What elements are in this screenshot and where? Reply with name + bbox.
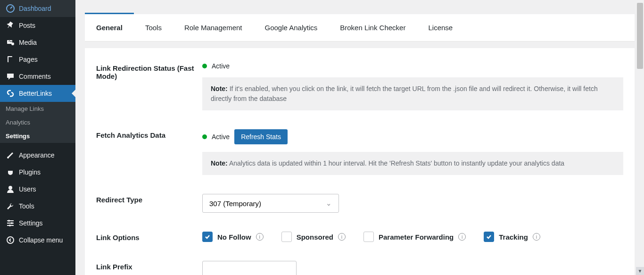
wrench-icon (6, 201, 15, 211)
checkbox-tracking[interactable] (484, 232, 494, 242)
sidebar-item-plugins[interactable]: Plugins (0, 164, 75, 181)
label-redirection-status: Link Redirection Status (Fast Mode) (96, 62, 202, 80)
sidebar-label: BetterLinks (19, 90, 52, 97)
scrollbar[interactable]: ▼ (636, 0, 644, 275)
sidebar-sub-settings[interactable]: Settings (0, 129, 75, 143)
sidebar-item-posts[interactable]: Posts (0, 17, 75, 34)
checkbox-label: Tracking (499, 233, 528, 241)
plug-icon (6, 167, 15, 177)
tab-general[interactable]: General (85, 13, 134, 41)
media-icon (6, 38, 15, 47)
label-link-prefix: Link Prefix (96, 261, 202, 271)
sidebar-item-appearance[interactable]: Appearance (0, 147, 75, 164)
tab-license[interactable]: License (417, 14, 464, 41)
sidebar-label: Collapse menu (19, 236, 63, 244)
comment-icon (6, 72, 15, 81)
sidebar-item-tools[interactable]: Tools (0, 198, 75, 215)
checkbox-label: Sponsored (297, 233, 333, 241)
checkbox-label: No Follow (217, 233, 251, 241)
user-icon (6, 184, 15, 194)
label-fetch-analytics: Fetch Analytics Data (96, 129, 202, 139)
checkbox-parameter-forwarding[interactable] (363, 232, 374, 242)
svg-rect-4 (8, 57, 12, 62)
sidebar-label: Plugins (19, 168, 41, 176)
dashboard-icon (6, 4, 15, 13)
brush-icon (6, 150, 15, 160)
sidebar-label: Comments (19, 73, 51, 80)
tab-broken-link-checker[interactable]: Broken Link Checker (329, 14, 417, 41)
refresh-stats-button[interactable]: Refresh Stats (234, 129, 288, 144)
svg-point-6 (8, 186, 12, 190)
sidebar-label: Dashboard (19, 5, 51, 12)
row-link-options: Link Options No Follow i Sponsored i (96, 232, 623, 242)
sidebar-label: Appearance (19, 151, 55, 159)
sidebar-item-collapse[interactable]: Collapse menu (0, 232, 75, 249)
link-prefix-input[interactable] (202, 261, 297, 275)
redirect-type-select[interactable]: 307 (Temporary) ⌄ (202, 194, 339, 213)
sidebar-item-media[interactable]: Media (0, 34, 75, 51)
sidebar-item-dashboard[interactable]: Dashboard (0, 0, 75, 17)
sidebar-label: Pages (19, 56, 38, 63)
svg-point-10 (8, 220, 10, 222)
sidebar-label: Posts (19, 22, 35, 29)
settings-panel: Link Redirection Status (Fast Mode) Acti… (85, 48, 635, 275)
sidebar-label: Media (19, 39, 37, 46)
sidebar-item-settings[interactable]: Settings (0, 215, 75, 232)
label-redirect-type: Redirect Type (96, 194, 202, 204)
svg-point-11 (11, 222, 13, 224)
collapse-icon (6, 235, 15, 245)
row-redirect-type: Redirect Type 307 (Temporary) ⌄ (96, 194, 623, 213)
row-fetch-analytics: Fetch Analytics Data Active Refresh Stat… (96, 129, 623, 175)
sidebar-item-comments[interactable]: Comments (0, 68, 75, 85)
info-icon[interactable]: i (533, 233, 540, 241)
status-active: Active (212, 133, 230, 141)
tab-role-management[interactable]: Role Management (173, 14, 254, 41)
checkbox-label: Parameter Forwarding (379, 233, 454, 241)
info-icon[interactable]: i (338, 233, 346, 241)
note-redirection: Note: If it's enabled, when you click on… (202, 77, 623, 110)
row-link-prefix: Link Prefix Note: The prefix will be add… (96, 261, 623, 275)
svg-point-13 (7, 237, 14, 243)
info-icon[interactable]: i (256, 233, 264, 241)
sidebar-item-users[interactable]: Users (0, 181, 75, 198)
checkbox-sponsored[interactable] (281, 232, 292, 242)
scroll-down-button[interactable]: ▼ (636, 267, 644, 275)
svg-point-2 (11, 42, 14, 45)
chevron-down-icon: ⌄ (326, 199, 332, 208)
sidebar-item-pages[interactable]: Pages (0, 51, 75, 68)
row-redirection-status: Link Redirection Status (Fast Mode) Acti… (96, 62, 623, 110)
scroll-thumb[interactable] (637, 3, 643, 69)
settings-tabs: General Tools Role Management Google Ana… (85, 14, 635, 42)
pin-icon (6, 21, 15, 30)
admin-sidebar: Dashboard Posts Media Pages Comments Bet… (0, 0, 75, 275)
sidebar-sub-analytics[interactable]: Analytics (0, 116, 75, 129)
sliders-icon (6, 218, 15, 228)
svg-point-5 (7, 157, 9, 158)
label-link-options: Link Options (96, 232, 202, 242)
page-icon (6, 55, 15, 64)
sidebar-sub-manage-links[interactable]: Manage Links (0, 102, 75, 116)
select-value: 307 (Temporary) (209, 200, 261, 208)
sidebar-label: Tools (19, 202, 34, 210)
checkbox-no-follow[interactable] (202, 232, 213, 242)
main-content: General Tools Role Management Google Ana… (75, 0, 644, 275)
tab-tools[interactable]: Tools (134, 14, 173, 41)
sidebar-item-betterlinks[interactable]: BetterLinks (0, 85, 75, 102)
sidebar-label: Users (19, 185, 36, 193)
status-dot-icon (202, 64, 207, 68)
link-icon (6, 89, 15, 98)
status-dot-icon (202, 134, 207, 139)
sidebar-label: Settings (19, 219, 43, 227)
note-analytics: Note: Analytics data is updated within 1… (202, 152, 623, 175)
status-active: Active (212, 62, 230, 70)
tab-google-analytics[interactable]: Google Analytics (253, 14, 329, 41)
svg-point-12 (9, 225, 11, 226)
info-icon[interactable]: i (458, 233, 466, 241)
